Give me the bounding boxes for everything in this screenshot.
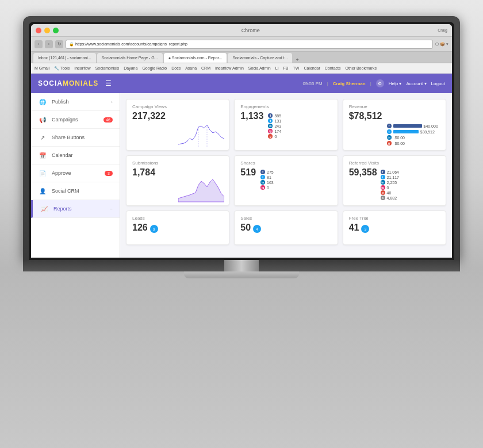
bookmark-tw[interactable]: TW (293, 66, 300, 70)
rev-gp-val: $0.00 (395, 141, 405, 145)
ref-gp-dot: g (381, 190, 385, 195)
gear-icon[interactable]: ⚙ (376, 79, 384, 87)
eng-fb-row: f 585 (268, 113, 281, 118)
shares-card: Shares 519 f 275 (234, 155, 338, 206)
eng-gp-val: 0 (274, 135, 277, 139)
reload-button[interactable]: ↻ (55, 40, 63, 48)
referred-visits-card: Referred Visits 59,358 f (343, 155, 446, 206)
eng-gp-row: g 0 (268, 134, 281, 139)
approve-badge: 3 (105, 171, 113, 176)
rev-li-val: $0.00 (395, 136, 405, 140)
bookmark-inearflow[interactable]: Inearflow (74, 66, 90, 70)
publish-icon: 🌐 (38, 97, 47, 106)
header-right: 09:55 PM | Craig Sherman | ⚙ Help ▾ Acco… (302, 79, 445, 87)
stand-neck-inner (224, 260, 259, 271)
bookmark-asana[interactable]: Asana (185, 66, 197, 70)
bookmark-gmail[interactable]: M Gmail (34, 66, 49, 70)
campaign-views-card: Campaign Views 217,322 (126, 99, 229, 151)
address-bar[interactable]: 🔒 https://www.sociamonials.com/accounts/… (66, 40, 433, 49)
tab-report[interactable]: ● Sociamonials.com - Repor... (164, 53, 227, 63)
ref-ig-val: 0 (387, 186, 389, 190)
sh-li-dot: in (260, 180, 265, 185)
new-tab-button[interactable]: + (293, 57, 301, 63)
free-trial-badge: 3 (361, 225, 369, 233)
campaigns-icon: 📢 (38, 115, 47, 124)
sidebar-item-share-buttons[interactable]: ↗ Share Buttons (31, 129, 120, 147)
sh-fb-dot: f (260, 170, 265, 174)
bookmark-socia-admin[interactable]: Socia Admin (248, 66, 271, 70)
ref-other-row: o 4,882 (381, 196, 399, 200)
bookmark-other[interactable]: Other Bookmarks (345, 66, 376, 70)
sidebar-item-social-crm[interactable]: 👤 Social CRM (31, 182, 120, 200)
bookmark-tools[interactable]: 🔧 Tools (54, 66, 70, 71)
sh-ig-val: 0 (267, 186, 269, 190)
sidebar-item-calendar[interactable]: 📅 Calendar (31, 147, 120, 164)
eng-tw-dot: t (268, 118, 273, 123)
bookmark-dayana[interactable]: Dayana (124, 66, 137, 70)
referred-value: 59,358 (349, 167, 377, 178)
ref-fb-dot: f (381, 170, 385, 174)
sidebar-label-calendar: Calendar (52, 152, 113, 158)
ref-tw-dot: t (381, 175, 385, 179)
bookmark-fb[interactable]: FB (283, 66, 289, 70)
revenue-breakdown: f $40,000 t $38,512 (387, 124, 438, 145)
eng-gp-dot: g (268, 134, 273, 139)
sidebar-item-approve[interactable]: 📄 Approve 3 (31, 164, 120, 182)
submissions-title: Submissions (132, 160, 223, 166)
header-sep2: | (370, 81, 371, 86)
sh-li-row: in 163 (260, 180, 274, 185)
back-button[interactable]: ‹ (34, 40, 43, 48)
bookmark-inearflow-admin[interactable]: Inearflow Admin (215, 66, 244, 70)
minimize-button[interactable] (44, 28, 50, 33)
maximize-button[interactable] (53, 28, 59, 33)
logout-button[interactable]: Logout (431, 81, 445, 86)
sidebar-item-campaigns[interactable]: 📢 Campaigns 46 (31, 111, 120, 129)
sidebar-item-publish[interactable]: 🌐 Publish › (31, 93, 120, 111)
ref-fb-val: 21,064 (387, 170, 399, 174)
bookmark-li[interactable]: LI (275, 66, 279, 70)
main-content: Campaign Views 217,322 (120, 93, 452, 258)
bookmark-calendar[interactable]: Calendar (304, 66, 320, 70)
engagements-breakdown: f 585 t 131 (268, 113, 281, 139)
bookmark-google-radio[interactable]: Google Radio (142, 66, 167, 70)
sh-li-val: 163 (267, 181, 274, 185)
sh-tw-row: t 81 (260, 175, 274, 179)
app-body: 🌐 Publish › 📢 Campaigns 46 ↗ (31, 93, 452, 258)
free-trial-title: Free Trial (349, 216, 440, 221)
monitor-stand-base (23, 271, 460, 278)
approve-icon: 📄 (38, 169, 47, 178)
tab-inbox[interactable]: Inbox (121,461) - sociamoni... (33, 53, 96, 63)
eng-fb-dot: f (268, 113, 273, 118)
bookmark-contacts[interactable]: Contacts (325, 66, 341, 70)
bookmark-crm[interactable]: CRM (201, 66, 210, 70)
leads-value: 126 (132, 223, 148, 233)
sidebar-label-social-crm: Social CRM (52, 188, 113, 194)
referred-title: Referred Visits (349, 160, 440, 166)
tab-capture[interactable]: Sociamonials - Capture and t... (228, 53, 292, 63)
close-button[interactable] (36, 28, 41, 33)
engagements-title: Engagements (240, 104, 331, 109)
campaigns-badge: 46 (103, 117, 113, 122)
reports-arrow: − (110, 206, 113, 212)
shares-title: Shares (240, 160, 331, 166)
tab-home[interactable]: Sociamonials Home Page - G... (97, 53, 163, 63)
sidebar-item-reports[interactable]: 📈 Reports − (31, 200, 120, 218)
revenue-card: Revenue $78,512 f (343, 99, 446, 151)
rev-gp-dot: g (387, 141, 392, 145)
hamburger-menu[interactable]: ☰ (105, 79, 112, 87)
help-button[interactable]: Help ▾ (389, 81, 402, 86)
app-header: SOCIAMONIALS ☰ 09:55 PM | Craig Sherman … (31, 74, 452, 93)
eng-tw-row: t 131 (268, 118, 281, 123)
bookmark-docs[interactable]: Docs (171, 66, 181, 70)
svg-marker-2 (178, 179, 224, 202)
free-trial-card: Free Trial 41 3 (343, 210, 446, 245)
sh-fb-val: 275 (267, 170, 274, 174)
tabs-bar: Inbox (121,461) - sociamoni... Sociamoni… (31, 52, 452, 63)
stand-base-inner (184, 271, 299, 278)
bookmark-sociamonials[interactable]: Sociamonials (95, 66, 120, 70)
eng-ig-row: ig 174 (268, 129, 281, 133)
rev-li-row: in $0.00 (387, 135, 438, 140)
forward-button[interactable]: › (45, 40, 53, 48)
account-button[interactable]: Account ▾ (406, 81, 426, 86)
sidebar-label-reports: Reports (53, 206, 110, 212)
